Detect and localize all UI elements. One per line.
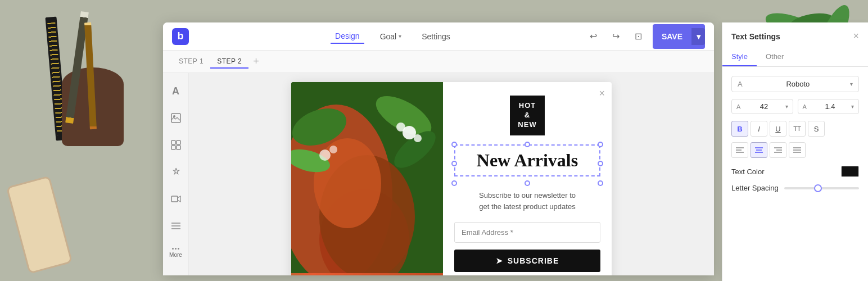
line-height-chevron-icon: ▾ [851, 103, 854, 110]
sidebar-text-icon[interactable]: A [167, 82, 185, 100]
letter-spacing-row: Letter Spacing [731, 184, 859, 192]
step-2-tab[interactable]: STEP 2 [210, 55, 248, 69]
subscribe-button[interactable]: ➤ SUBSCRIBE [454, 250, 600, 272]
letter-spacing-thumb[interactable] [814, 184, 822, 192]
top-bar: b Design Goal ▾ Settings ↩ ↪ ⊡ SAVE ▾ [163, 22, 714, 51]
font-size-value: 42 [760, 102, 768, 111]
save-dropdown-arrow[interactable]: ▾ [691, 28, 705, 45]
strikethrough-button[interactable]: S [808, 121, 825, 137]
text-color-swatch[interactable] [841, 166, 859, 177]
svg-point-29 [319, 149, 331, 161]
sidebar-effects-icon[interactable] [167, 163, 185, 181]
letter-spacing-label: Letter Spacing [731, 184, 779, 192]
subscribe-subtext: Subscribe to our newsletter to get the l… [479, 190, 576, 214]
sidebar-more-icon[interactable]: More [167, 244, 185, 262]
sidebar-video-icon[interactable] [167, 190, 185, 208]
size-label: A [736, 103, 740, 110]
panel-tabs: Style Other [722, 48, 868, 67]
size-row: A 42 ▾ A 1.4 ▾ [731, 99, 859, 114]
new-arrivals-heading[interactable]: New Arrivals [454, 144, 600, 176]
sidebar-lines-icon[interactable] [167, 217, 185, 235]
svg-point-28 [414, 134, 422, 142]
align-center-button[interactable] [751, 142, 767, 158]
phone-decoration [6, 175, 73, 274]
popup-content: × HOT & NEW [443, 82, 612, 275]
svg-rect-13 [171, 196, 178, 202]
bold-button[interactable]: B [731, 121, 748, 137]
svg-rect-11 [171, 146, 175, 149]
email-input[interactable] [454, 222, 600, 243]
svg-rect-9 [171, 140, 175, 144]
text-color-label: Text Color [731, 167, 765, 176]
svg-point-30 [329, 146, 337, 153]
line-height-value: 1.4 [825, 102, 835, 111]
align-left-button[interactable] [731, 142, 748, 158]
nav-design[interactable]: Design [331, 29, 364, 44]
transform-button[interactable]: TT [789, 121, 806, 137]
align-justify-button[interactable] [789, 142, 806, 158]
hot-badge: HOT & NEW [510, 96, 544, 135]
svg-point-8 [173, 115, 175, 117]
logo: b [172, 28, 189, 45]
underline-button[interactable]: U [770, 121, 786, 137]
line-height-select[interactable]: A 1.4 ▾ [798, 99, 860, 114]
undo-button[interactable]: ↩ [585, 28, 602, 45]
panel-close-button[interactable]: × [853, 30, 859, 42]
tab-other[interactable]: Other [757, 48, 793, 66]
font-name: Roboto [786, 80, 810, 88]
selection-handle-br [598, 180, 603, 186]
editor-body: A [163, 73, 714, 275]
font-a-icon: A [738, 80, 743, 88]
text-color-row: Text Color [731, 166, 859, 177]
popup-image-panel [291, 82, 443, 275]
panel-title: Text Settings [731, 32, 780, 41]
selection-handle-bl [451, 180, 457, 186]
text-settings-panel: Text Settings × Style Other A Roboto ▾ A… [722, 22, 868, 281]
size-chevron-icon: ▾ [785, 103, 788, 110]
popup-close-button[interactable]: × [599, 88, 605, 99]
svg-rect-10 [177, 140, 180, 144]
step-1-tab[interactable]: STEP 1 [172, 55, 210, 69]
selection-handle-ml [451, 161, 457, 166]
line-height-label: A [803, 103, 807, 110]
selection-handle-tr [598, 142, 603, 147]
sidebar-image-icon[interactable] [167, 109, 185, 127]
panel-body: A Roboto ▾ A 42 ▾ A 1.4 ▾ B I U TT S [722, 67, 868, 281]
italic-button[interactable]: I [751, 121, 767, 137]
panel-header: Text Settings × [722, 22, 868, 42]
goal-chevron-icon: ▾ [399, 33, 401, 39]
selection-handle-mr [598, 161, 603, 166]
tab-style[interactable]: Style [722, 48, 757, 66]
align-right-button[interactable] [770, 142, 786, 158]
align-buttons [731, 142, 859, 158]
subscribe-arrow-icon: ➤ [496, 256, 503, 265]
redo-button[interactable]: ↪ [608, 28, 625, 45]
nav-goal[interactable]: Goal ▾ [376, 30, 406, 43]
add-step-button[interactable]: + [253, 56, 259, 67]
canvas-area: × HOT & NEW [189, 73, 714, 275]
svg-rect-12 [177, 146, 180, 149]
font-chevron-icon: ▾ [850, 81, 853, 87]
sidebar-blocks-icon[interactable] [167, 136, 185, 154]
steps-bar: STEP 1 STEP 2 + [163, 51, 714, 73]
top-nav: Design Goal ▾ Settings [200, 29, 585, 44]
font-size-select[interactable]: A 42 ▾ [731, 99, 793, 114]
selection-handle-tl [451, 142, 457, 147]
toolbar-actions: ↩ ↪ ⊡ SAVE ▾ [585, 24, 705, 49]
preview-button[interactable]: ⊡ [630, 28, 647, 45]
background-left [0, 0, 163, 281]
selection-handle-tm [525, 142, 530, 147]
selection-handle-bm [525, 180, 530, 186]
editor-window: b Design Goal ▾ Settings ↩ ↪ ⊡ SAVE ▾ ST… [163, 22, 714, 275]
font-selector[interactable]: A Roboto ▾ [731, 76, 859, 92]
popup-preview: × HOT & NEW [291, 82, 612, 275]
nav-settings[interactable]: Settings [417, 30, 455, 43]
save-button[interactable]: SAVE ▾ [653, 24, 705, 49]
format-buttons: B I U TT S [731, 121, 859, 137]
left-sidebar: A [163, 73, 189, 275]
svg-point-27 [396, 123, 405, 132]
letter-spacing-slider[interactable] [784, 187, 859, 189]
